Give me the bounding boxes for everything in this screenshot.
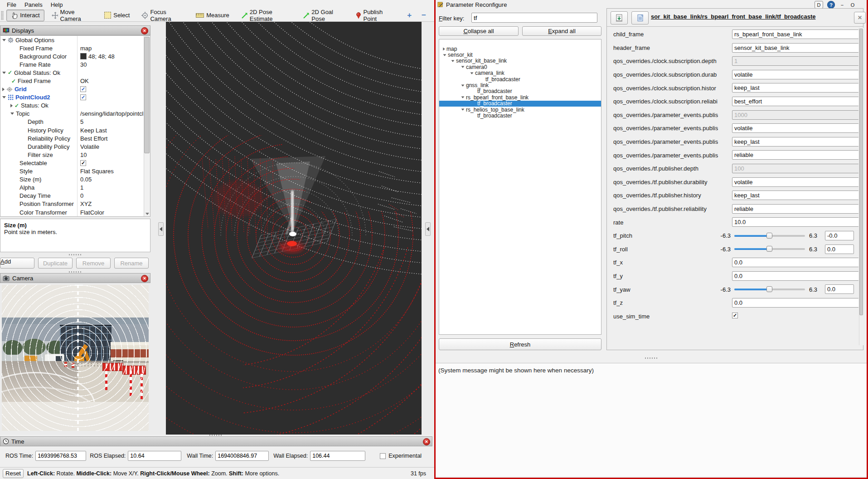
pose-estimate-tool-button[interactable]: 2D Pose Estimate xyxy=(237,10,296,21)
measure-tool-button[interactable]: Measure xyxy=(191,10,234,21)
tf-yaw-slider[interactable] xyxy=(734,286,805,293)
interact-tool-button[interactable]: Interact xyxy=(6,10,44,21)
whats-this-button[interactable]: ? xyxy=(827,1,835,9)
active-node-tab[interactable]: sor_kit_base_link/rs_bpearl_front_base_l… xyxy=(651,13,852,20)
param-value-input[interactable] xyxy=(732,150,858,160)
camera-image[interactable] xyxy=(2,285,149,431)
slider-handle[interactable] xyxy=(766,246,772,252)
menu-panels[interactable]: Panels xyxy=(20,0,47,9)
param-scrollbar[interactable] xyxy=(859,28,863,345)
render-viewport[interactable] xyxy=(166,22,422,435)
tf-roll-slider[interactable] xyxy=(734,246,805,252)
param-value-input[interactable] xyxy=(825,231,854,240)
expand-all-button[interactable]: Expand all xyxy=(522,26,601,36)
param-value-input[interactable] xyxy=(732,217,858,227)
param-value-input[interactable] xyxy=(732,70,858,79)
collapse-right-panel-button[interactable] xyxy=(425,222,431,236)
property-row[interactable]: Background Color48; 48; 48 xyxy=(0,52,150,60)
slider-handle[interactable] xyxy=(766,286,772,292)
property-row[interactable]: Frame Rate30 xyxy=(0,60,150,68)
property-row[interactable]: StyleFlat Squares xyxy=(0,167,150,176)
tf-pitch-slider[interactable] xyxy=(734,233,805,239)
refresh-button[interactable]: Refresh xyxy=(439,338,601,350)
display-enabled-checkbox[interactable]: ✓ xyxy=(80,86,86,92)
time-panel-titlebar[interactable]: Time ✕ xyxy=(0,436,432,446)
tree-item-gnss-link[interactable]: gnss_link xyxy=(439,82,601,88)
tree-item-rs-bpearl-front-base-link[interactable]: rs_bpearl_front_base_link xyxy=(439,94,601,100)
reset-button[interactable]: Reset xyxy=(3,469,24,478)
tree-item-camera-link[interactable]: camera_link xyxy=(439,70,601,76)
param-value-input[interactable] xyxy=(732,204,858,214)
tab-close-button[interactable]: ✕ xyxy=(854,12,866,24)
property-row[interactable]: Grid✓ xyxy=(0,85,150,93)
param-value-input[interactable] xyxy=(732,97,858,106)
property-row[interactable]: Global Options xyxy=(0,36,150,44)
param-value-input[interactable] xyxy=(732,137,858,147)
splitter-handle[interactable] xyxy=(645,357,658,359)
property-row[interactable]: ✓Status: Ok xyxy=(0,102,150,110)
param-value-input[interactable] xyxy=(732,123,858,133)
property-row[interactable]: Alpha1 xyxy=(0,184,150,192)
wall-time-input[interactable] xyxy=(215,451,269,461)
scrollbar-thumb[interactable] xyxy=(144,37,150,153)
minimize-button[interactable]: − xyxy=(839,1,845,9)
save-params-button[interactable] xyxy=(611,11,628,24)
collapse-left-panel-button[interactable] xyxy=(158,222,164,236)
focus-camera-tool-button[interactable]: Focus Camera xyxy=(137,10,189,21)
ros-elapsed-input[interactable] xyxy=(128,451,181,461)
camera-close-button[interactable]: ✕ xyxy=(141,275,148,282)
menu-file[interactable]: File xyxy=(3,0,20,9)
param-value-input[interactable] xyxy=(732,258,858,267)
add-display-button[interactable]: Add xyxy=(0,258,34,269)
param-value-input[interactable] xyxy=(825,244,854,254)
property-row[interactable]: Color TransformerFlatColor xyxy=(0,208,150,216)
property-row[interactable]: Filter size10 xyxy=(0,151,150,159)
property-row[interactable]: Topic/sensing/lidar/top/pointcl. xyxy=(0,110,150,118)
tree-item-camera0[interactable]: camera0 xyxy=(439,64,601,70)
displays-scrollbar[interactable] xyxy=(144,36,150,216)
menu-help[interactable]: Help xyxy=(47,0,67,9)
dock-button[interactable]: D xyxy=(815,1,823,9)
param-value-input[interactable] xyxy=(732,271,858,281)
camera-panel-titlebar[interactable]: Camera ✕ xyxy=(0,273,150,283)
property-row[interactable]: Durability PolicyVolatile xyxy=(0,142,150,151)
collapse-all-button[interactable]: Collapse all xyxy=(439,26,519,36)
move-camera-tool-button[interactable]: Move Camera xyxy=(47,10,97,21)
tree-item-rs-helios-top-base-link[interactable]: rs_helios_top_base_link xyxy=(439,107,601,112)
property-row[interactable]: Selectable✓ xyxy=(0,159,150,167)
remove-display-button[interactable]: Remove xyxy=(76,258,111,269)
load-params-button[interactable] xyxy=(631,11,649,24)
goal-pose-tool-button[interactable]: 2D Goal Pose xyxy=(298,10,348,21)
publish-point-tool-button[interactable]: Publish Point xyxy=(351,10,398,21)
rename-display-button[interactable]: Rename xyxy=(114,258,149,269)
property-row[interactable]: Fixed Framemap xyxy=(0,44,150,52)
duplicate-display-button[interactable]: Duplicate xyxy=(38,258,73,269)
select-tool-button[interactable]: Select xyxy=(100,10,134,21)
scrollbar-thumb[interactable] xyxy=(859,29,863,315)
property-row[interactable]: Reliability PolicyBest Effort xyxy=(0,134,150,142)
tree-item-map[interactable]: map xyxy=(439,46,601,52)
property-row[interactable]: PointCloud2✓ xyxy=(0,93,150,102)
property-row[interactable]: ✓Global Status: Ok xyxy=(0,68,150,77)
wall-elapsed-input[interactable] xyxy=(310,451,365,461)
property-row[interactable]: Depth5 xyxy=(0,118,150,126)
param-value-input[interactable] xyxy=(732,191,858,200)
add-tool-button[interactable]: + xyxy=(403,11,415,19)
property-row[interactable]: Position TransformerXYZ xyxy=(0,200,150,208)
property-row[interactable]: ✓Fixed FrameOK xyxy=(0,77,150,85)
tree-item-sensor-kit[interactable]: sensor_kit xyxy=(439,52,601,58)
filter-key-input[interactable] xyxy=(471,13,597,23)
display-enabled-checkbox[interactable]: ✓ xyxy=(80,94,86,100)
maximize-button[interactable]: O xyxy=(849,1,856,9)
property-row[interactable]: Size (m)0.05 xyxy=(0,176,150,184)
use-sim-time-checkbox[interactable]: ✓ xyxy=(732,313,738,318)
displays-panel-titlebar[interactable]: Displays ✕ xyxy=(0,25,150,35)
tree-item-sensor-kit-base-link[interactable]: sensor_kit_base_link xyxy=(439,58,601,64)
time-close-button[interactable]: ✕ xyxy=(423,438,430,445)
param-value-input[interactable] xyxy=(732,177,858,187)
scrollbar-down-arrow[interactable] xyxy=(145,213,149,215)
param-value-input[interactable] xyxy=(732,43,858,53)
tree-item-tf-broadcaster[interactable]: tf_broadcaster xyxy=(439,88,601,94)
remove-tool-button[interactable]: − xyxy=(418,11,434,19)
param-window-titlebar[interactable]: Parameter Reconfigure D ? − O xyxy=(436,0,867,9)
